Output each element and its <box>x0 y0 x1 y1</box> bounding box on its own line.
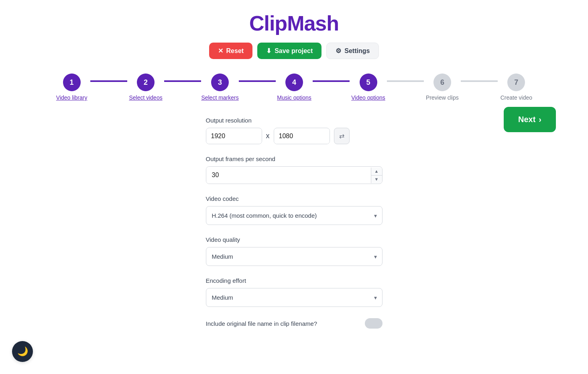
step-2-circle: 2 <box>137 74 155 91</box>
resolution-row: ▲ ▼ x ▲ ▼ ⇄ <box>206 128 383 144</box>
settings-label: Settings <box>344 47 370 55</box>
stepper: 1 Video library 2 Select videos 3 Select… <box>0 74 588 101</box>
height-input[interactable] <box>274 129 330 144</box>
next-label: Next <box>518 115 535 124</box>
step-5-label[interactable]: Video options <box>351 94 385 101</box>
step-3: 3 Select markers <box>201 74 238 101</box>
height-input-wrapper: ▲ ▼ <box>274 128 330 144</box>
quality-group: Video quality Low Medium High Very High … <box>206 236 383 266</box>
fps-input-wrapper: ▲ ▼ <box>206 166 383 184</box>
main-form: Output resolution ▲ ▼ x ▲ ▼ ⇄ <box>198 117 391 329</box>
step-5: 5 Video options <box>350 74 387 101</box>
quality-select-wrapper: Low Medium High Very High ▾ <box>206 247 383 266</box>
step-6-label: Preview clips <box>426 94 459 101</box>
step-5-circle: 5 <box>360 74 377 91</box>
next-button[interactable]: Next › <box>504 107 556 132</box>
codec-select[interactable]: H.264 (most common, quick to encode) H.2… <box>206 206 383 225</box>
settings-icon: ⚙ <box>336 47 341 55</box>
fps-down-button[interactable]: ▼ <box>371 176 382 183</box>
connector-2-3 <box>164 80 201 82</box>
encoding-group: Encoding effort Low Medium High ▾ <box>206 277 383 307</box>
step-7-label: Create video <box>501 94 532 101</box>
step-1-label[interactable]: Video library <box>56 94 87 101</box>
fps-up-button[interactable]: ▲ <box>371 168 382 176</box>
step-6: 6 Preview clips <box>424 74 461 101</box>
codec-group: Video codec H.264 (most common, quick to… <box>206 195 383 225</box>
filename-label: Include original file name in clip filen… <box>206 320 317 327</box>
settings-button[interactable]: ⚙ Settings <box>326 43 379 59</box>
app-title: ClipMash <box>0 0 588 43</box>
connector-6-7 <box>461 80 498 82</box>
swap-icon: ⇄ <box>339 133 344 139</box>
encoding-select[interactable]: Low Medium High <box>206 288 383 307</box>
step-4-circle: 4 <box>285 74 303 91</box>
resolution-group: Output resolution ▲ ▼ x ▲ ▼ ⇄ <box>206 117 383 144</box>
width-input[interactable] <box>206 129 262 144</box>
filename-toggle[interactable] <box>365 318 383 329</box>
fps-input[interactable] <box>206 167 371 184</box>
step-4-label[interactable]: Music options <box>277 94 311 101</box>
encoding-label: Encoding effort <box>206 277 383 284</box>
width-input-wrapper: ▲ ▼ <box>206 128 262 144</box>
save-icon: ⬇ <box>266 47 271 55</box>
dark-mode-button[interactable]: 🌙 <box>12 341 33 362</box>
save-label: Save project <box>275 47 313 55</box>
fps-group: Output frames per second ▲ ▼ <box>206 155 383 184</box>
connector-4-5 <box>313 80 350 82</box>
connector-1-2 <box>90 80 127 82</box>
quality-select[interactable]: Low Medium High Very High <box>206 247 383 266</box>
resolution-label: Output resolution <box>206 117 383 124</box>
connector-3-4 <box>239 80 276 82</box>
step-4: 4 Music options <box>276 74 313 101</box>
reset-label: Reset <box>226 47 244 55</box>
codec-label: Video codec <box>206 195 383 202</box>
step-1: 1 Video library <box>53 74 90 101</box>
save-project-button[interactable]: ⬇ Save project <box>257 43 321 59</box>
codec-select-wrapper: H.264 (most common, quick to encode) H.2… <box>206 206 383 225</box>
step-7-circle: 7 <box>507 74 525 91</box>
moon-icon: 🌙 <box>17 346 28 357</box>
encoding-select-wrapper: Low Medium High ▾ <box>206 288 383 307</box>
step-2-label[interactable]: Select videos <box>129 94 162 101</box>
fps-spinner: ▲ ▼ <box>371 168 382 183</box>
step-3-circle: 3 <box>211 74 229 91</box>
step-2: 2 Select videos <box>127 74 164 101</box>
next-button-wrapper: Next › <box>504 107 556 132</box>
connector-5-6 <box>387 80 424 82</box>
reset-button[interactable]: ✕ Reset <box>209 43 253 59</box>
reset-icon: ✕ <box>218 47 223 55</box>
swap-resolution-button[interactable]: ⇄ <box>334 128 350 144</box>
toolbar: ✕ Reset ⬇ Save project ⚙ Settings <box>0 43 588 59</box>
step-1-circle: 1 <box>63 74 81 91</box>
resolution-x-separator: x <box>266 132 270 140</box>
filename-toggle-row: Include original file name in clip filen… <box>206 318 383 329</box>
step-3-label[interactable]: Select markers <box>201 94 238 101</box>
next-arrow-icon: › <box>539 115 541 124</box>
step-7: 7 Create video <box>498 74 535 101</box>
fps-label: Output frames per second <box>206 155 383 162</box>
step-6-circle: 6 <box>433 74 451 91</box>
quality-label: Video quality <box>206 236 383 243</box>
